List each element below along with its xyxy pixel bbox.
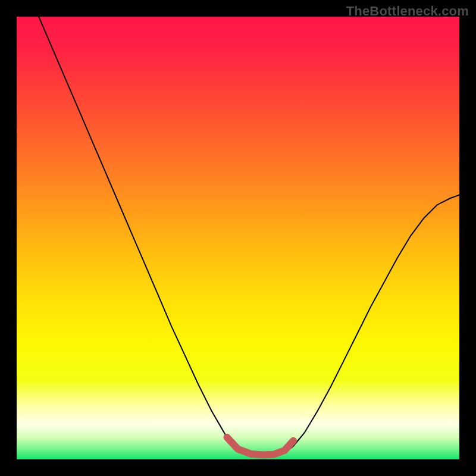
bottleneck-curve-chart xyxy=(0,0,476,476)
chart-frame: TheBottleneck.com xyxy=(0,0,476,476)
watermark-text: TheBottleneck.com xyxy=(346,4,469,19)
plot-background-gradient xyxy=(17,17,459,459)
